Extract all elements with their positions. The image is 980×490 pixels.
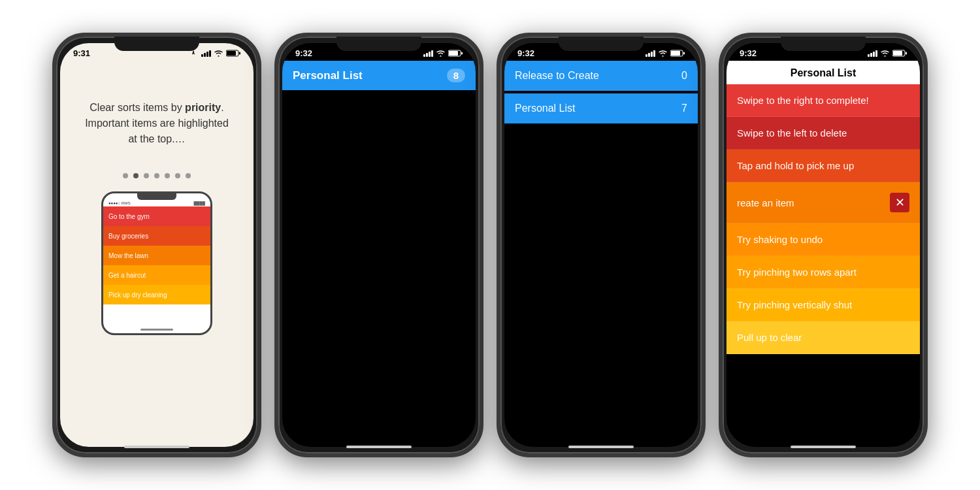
svg-rect-9 bbox=[683, 52, 685, 55]
list-name-3: Personal List bbox=[515, 103, 576, 114]
svg-rect-2 bbox=[227, 51, 236, 56]
release-to-create: Release to Create 0 bbox=[504, 61, 698, 91]
tip-6-text: Try pinching two rows apart bbox=[737, 267, 857, 278]
battery-icon-3 bbox=[670, 50, 685, 57]
signal-icon bbox=[201, 50, 211, 57]
signal-icon-4 bbox=[868, 50, 877, 57]
tip-4: reate an item ✕ bbox=[727, 182, 920, 223]
onboarding-line3: at the top.… bbox=[85, 131, 229, 147]
home-indicator-4 bbox=[791, 446, 856, 448]
tip-6: Try pinching two rows apart bbox=[727, 256, 920, 289]
tip-4-text: reate an item bbox=[737, 197, 794, 208]
mini-home-indicator bbox=[140, 329, 173, 331]
wifi-icon-3 bbox=[658, 50, 668, 57]
tip-8-text: Pull up to clear bbox=[737, 332, 802, 343]
status-bar-2: 9:32 bbox=[282, 43, 476, 61]
tip-1-text: Swipe to the right to complete! bbox=[737, 95, 869, 106]
svg-rect-3 bbox=[239, 52, 240, 55]
home-indicator-1 bbox=[124, 446, 189, 448]
svg-marker-0 bbox=[192, 50, 195, 55]
phone4-title: Personal List bbox=[791, 67, 856, 78]
list-header-2[interactable]: Personal List 8 bbox=[282, 61, 476, 90]
close-button[interactable]: ✕ bbox=[890, 193, 909, 212]
mini-battery: ▓▓▓▓ bbox=[194, 201, 206, 205]
page-dots bbox=[123, 173, 191, 178]
tip-7: Try pinching vertically shut bbox=[727, 289, 920, 321]
mini-item-5: Pick up dry cleaning bbox=[103, 285, 210, 304]
tip-2-text: Swipe to the left to delete bbox=[737, 127, 847, 139]
wifi-icon bbox=[214, 50, 223, 57]
mini-item-4: Get a haircut bbox=[103, 265, 210, 285]
phone-4: 9:32 bbox=[719, 33, 928, 457]
svg-rect-6 bbox=[461, 52, 463, 55]
list-name-2: Personal List bbox=[293, 69, 363, 82]
home-indicator-3 bbox=[568, 446, 634, 448]
time-4: 9:32 bbox=[740, 48, 757, 58]
tip-5: Try shaking to undo bbox=[727, 223, 920, 256]
status-bar-1: 9:31 bbox=[60, 43, 253, 61]
svg-rect-8 bbox=[671, 51, 680, 56]
mini-notch bbox=[137, 193, 176, 200]
time-3: 9:32 bbox=[517, 48, 534, 58]
phone-3: 9:32 bbox=[497, 33, 706, 457]
dot-7 bbox=[186, 173, 191, 178]
dot-1 bbox=[123, 173, 128, 178]
wifi-icon-2 bbox=[436, 50, 446, 57]
tip-3-text: Tap and hold to pick me up bbox=[737, 160, 854, 171]
dot-5 bbox=[165, 173, 170, 178]
signal-icon-2 bbox=[423, 50, 433, 57]
svg-rect-12 bbox=[906, 52, 907, 55]
mini-phone: ●●●●○ RWS ▓▓▓▓ Go to the gym Buy groceri… bbox=[101, 191, 212, 335]
mini-item-2: Buy groceries bbox=[103, 226, 210, 246]
priority-bold: priority bbox=[185, 102, 221, 113]
status-bar-3: 9:32 bbox=[504, 43, 698, 61]
battery-icon-4 bbox=[892, 50, 907, 57]
mini-item-3: Mow the lawn bbox=[103, 246, 210, 265]
phone-2: 9:32 bbox=[274, 33, 483, 457]
time-1: 9:31 bbox=[73, 48, 90, 58]
battery-icon bbox=[226, 50, 240, 57]
dot-2 bbox=[133, 173, 139, 178]
release-label: Release to Create bbox=[515, 70, 599, 82]
mini-status: ●●●●○ RWS ▓▓▓▓ bbox=[103, 200, 210, 206]
tip-5-text: Try shaking to undo bbox=[737, 234, 823, 245]
onboarding-text: Clear sorts items by priority. Important… bbox=[85, 100, 229, 147]
location-icon bbox=[188, 50, 199, 57]
phone4-header: Personal List bbox=[727, 61, 920, 84]
status-bar-4: 9:32 bbox=[727, 43, 920, 61]
svg-rect-11 bbox=[893, 51, 902, 56]
time-2: 9:32 bbox=[295, 48, 312, 58]
status-icons-4 bbox=[868, 50, 907, 57]
dot-3 bbox=[144, 173, 149, 178]
status-icons-3 bbox=[645, 50, 685, 57]
phone1-content: Clear sorts items by priority. Important… bbox=[60, 61, 253, 447]
wifi-icon-4 bbox=[880, 50, 890, 57]
dot-6 bbox=[175, 173, 180, 178]
dot-4 bbox=[154, 173, 159, 178]
tip-2: Swipe to the left to delete bbox=[727, 117, 920, 150]
phone-1: 9:31 bbox=[52, 33, 261, 457]
home-indicator-2 bbox=[346, 446, 412, 448]
status-icons-2 bbox=[423, 50, 463, 57]
onboarding-line1: Clear sorts items by priority. bbox=[85, 100, 229, 116]
signal-icon-3 bbox=[645, 50, 655, 57]
tip-1: Swipe to the right to complete! bbox=[727, 84, 920, 117]
svg-rect-5 bbox=[449, 51, 458, 56]
tip-7-text: Try pinching vertically shut bbox=[737, 299, 852, 310]
tip-3: Tap and hold to pick me up bbox=[727, 150, 920, 182]
onboarding-line2: Important items are highlighted bbox=[85, 116, 229, 131]
personal-list-row-3[interactable]: Personal List 7 bbox=[504, 93, 698, 123]
list-count-3: 7 bbox=[681, 103, 687, 114]
status-icons-1 bbox=[188, 50, 240, 57]
list-badge-2: 8 bbox=[447, 69, 465, 82]
mini-carrier: ●●●●○ RWS bbox=[108, 201, 131, 205]
tip-8: Pull up to clear bbox=[727, 321, 920, 354]
release-count: 0 bbox=[681, 70, 687, 82]
mini-item-1: Go to the gym bbox=[103, 206, 210, 226]
battery-icon-2 bbox=[448, 50, 463, 57]
